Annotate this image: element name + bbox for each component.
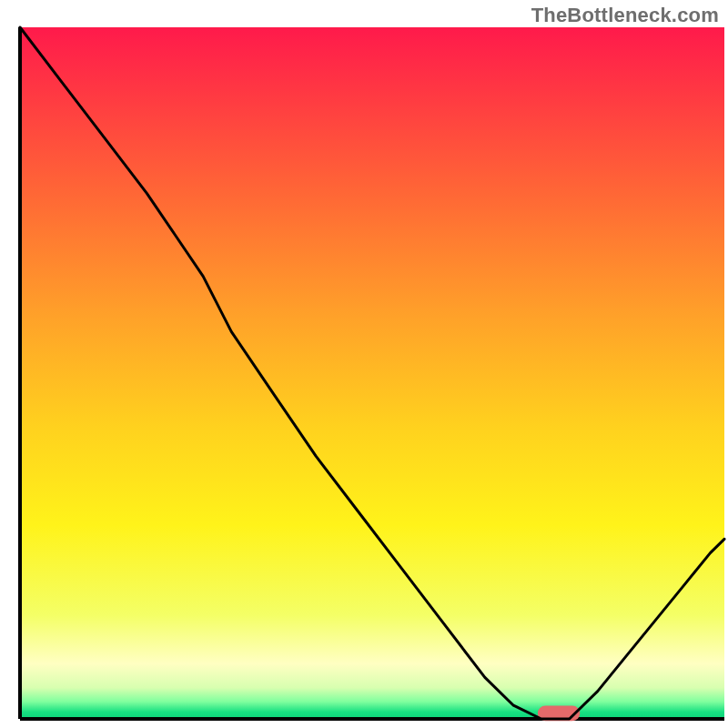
- svg-rect-0: [20, 27, 724, 719]
- watermark-text: TheBottleneck.com: [531, 4, 719, 27]
- bottleneck-curve-chart: [0, 0, 728, 728]
- chart-container: TheBottleneck.com: [0, 0, 728, 728]
